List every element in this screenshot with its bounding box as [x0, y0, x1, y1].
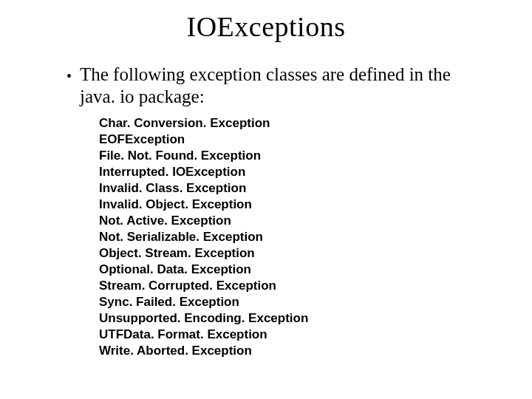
list-item: UTFData. Format. Exception	[99, 327, 488, 343]
list-item: Object. Stream. Exception	[99, 245, 488, 262]
list-item: EOFException	[99, 132, 488, 148]
list-item: File. Not. Found. Exception	[99, 148, 488, 164]
slide-title: IOExceptions	[0, 0, 532, 43]
list-item: Not. Serializable. Exception	[99, 229, 488, 245]
slide: IOExceptions • The following exception c…	[0, 0, 532, 399]
list-item: Invalid. Object. Exception	[99, 197, 488, 213]
list-item: Write. Aborted. Exception	[99, 343, 488, 359]
list-item: Interrupted. IOException	[99, 164, 488, 180]
list-item: Sync. Failed. Exception	[99, 294, 488, 310]
exception-class-list: Char. Conversion. Exception EOFException…	[66, 115, 488, 359]
list-item: Char. Conversion. Exception	[99, 115, 488, 132]
list-item: Unsupported. Encoding. Exception	[99, 310, 488, 327]
list-item: Stream. Corrupted. Exception	[99, 278, 488, 294]
list-item: Invalid. Class. Exception	[99, 180, 488, 197]
list-item: Not. Active. Exception	[99, 213, 488, 229]
list-item: Optional. Data. Exception	[99, 262, 488, 278]
bullet-marker: •	[66, 65, 80, 87]
bullet-item: • The following exception classes are de…	[66, 64, 488, 108]
slide-body: • The following exception classes are de…	[0, 43, 532, 359]
bullet-text: The following exception classes are defi…	[80, 64, 488, 108]
